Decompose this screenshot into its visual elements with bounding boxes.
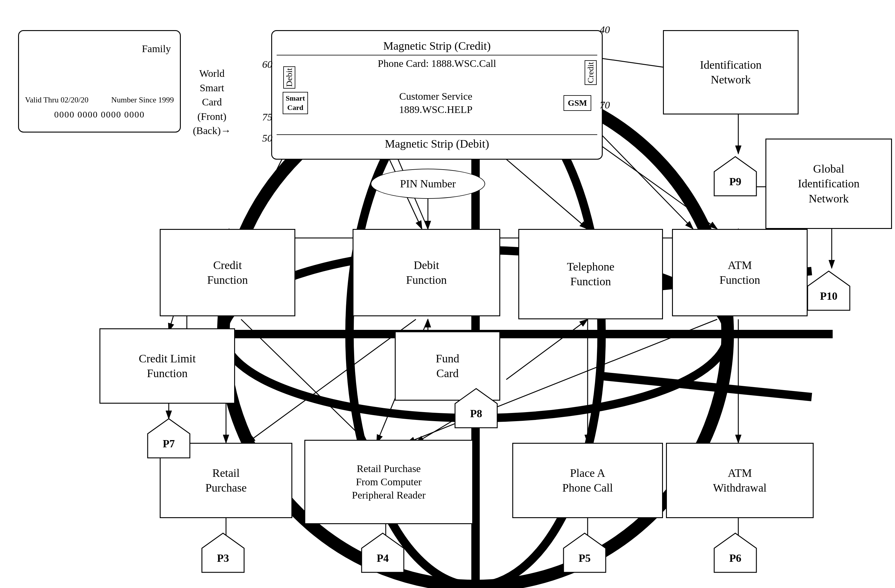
svg-line-45 bbox=[601, 376, 812, 397]
phone-card-line: Phone Card: 1888.WSC.Call bbox=[277, 55, 597, 72]
gsm-small-box: GSM bbox=[564, 95, 591, 111]
svg-text:P10: P10 bbox=[820, 290, 837, 302]
pentagon-p4: P4 bbox=[359, 530, 407, 584]
pentagon-p3: P3 bbox=[199, 530, 247, 584]
atm-withdrawal-box: ATM Withdrawal bbox=[666, 443, 814, 518]
mag-strip-debit: Magnetic Strip (Debit) bbox=[277, 134, 597, 154]
retail-purchase-computer-box: Retail Purchase From Computer Peripheral… bbox=[304, 440, 473, 524]
debit-vertical-label: Debit bbox=[283, 66, 295, 89]
middle-area: SmartCard Customer Service1889.WSC.HELP … bbox=[277, 72, 597, 134]
smart-card-small-box: SmartCard bbox=[283, 92, 308, 114]
place-phone-call-box: Place A Phone Call bbox=[512, 443, 663, 518]
svg-text:P6: P6 bbox=[729, 552, 741, 564]
debit-function-box: Debit Function bbox=[353, 229, 500, 316]
label-50: 50 bbox=[262, 133, 272, 144]
card-family-label: Family bbox=[142, 43, 171, 55]
global-id-network-box: Global Identification Network bbox=[765, 139, 892, 229]
credit-vertical-label: Credit bbox=[585, 60, 597, 85]
credit-function-box: Credit Function bbox=[160, 229, 295, 316]
pentagon-p5: P5 bbox=[561, 530, 609, 584]
label-60: 60 bbox=[262, 59, 272, 70]
svg-text:P4: P4 bbox=[377, 552, 389, 564]
credit-card: Family Valid Thru 02/20/20 Number Since … bbox=[18, 30, 181, 133]
world-smart-card-label: WorldSmartCard(Front)(Back)→ bbox=[193, 66, 231, 138]
card-number-since: Number Since 1999 bbox=[111, 95, 174, 105]
label-75: 75 bbox=[262, 111, 272, 123]
pentagon-p9: P9 bbox=[711, 154, 759, 208]
mag-strip-credit: Magnetic Strip (Credit) bbox=[277, 36, 597, 55]
identification-network-box: Identification Network bbox=[663, 30, 799, 114]
pentagon-p7: P7 bbox=[145, 416, 193, 470]
pin-number-ellipse: PIN Number bbox=[371, 169, 485, 199]
pentagon-p10: P10 bbox=[805, 268, 853, 322]
svg-text:P7: P7 bbox=[163, 438, 175, 450]
svg-text:P5: P5 bbox=[579, 552, 591, 564]
label-70: 70 bbox=[600, 99, 610, 111]
pentagon-p6: P6 bbox=[711, 530, 759, 584]
pentagon-p8: P8 bbox=[452, 386, 500, 440]
svg-text:P3: P3 bbox=[217, 552, 229, 564]
telephone-function-box: Telephone Function bbox=[518, 229, 663, 319]
main-card-box: Magnetic Strip (Credit) Phone Card: 1888… bbox=[271, 30, 603, 160]
diagram: Family Valid Thru 02/20/20 Number Since … bbox=[0, 0, 895, 588]
atm-function-box: ATM Function bbox=[672, 229, 808, 316]
card-valid: Valid Thru 02/20/20 bbox=[25, 95, 88, 105]
svg-text:P9: P9 bbox=[729, 176, 741, 188]
svg-text:P8: P8 bbox=[470, 408, 482, 420]
card-number: 0000 0000 0000 0000 bbox=[54, 109, 145, 120]
credit-limit-function-box: Credit Limit Function bbox=[99, 328, 235, 404]
customer-service: Customer Service1889.WSC.HELP bbox=[399, 90, 473, 116]
label-40: 40 bbox=[600, 24, 610, 36]
